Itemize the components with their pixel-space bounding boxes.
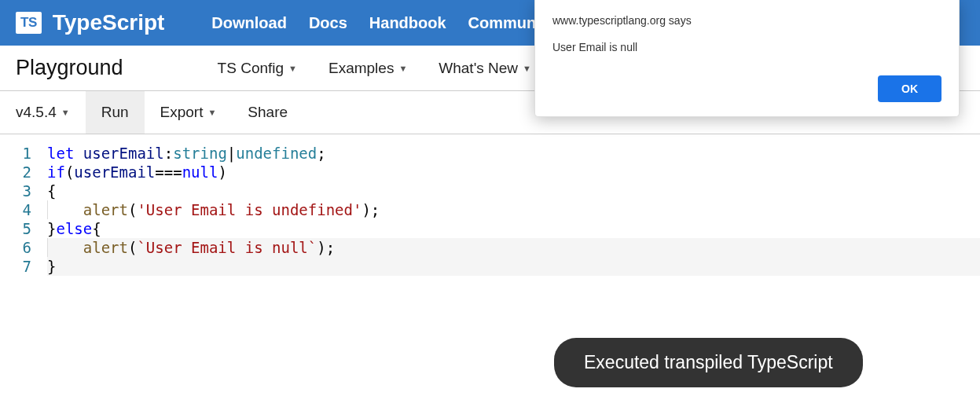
code-line: if(userEmail===null)	[47, 163, 980, 182]
code-line: alert(`User Email is null`);	[47, 238, 980, 257]
run-button[interactable]: Run	[86, 91, 145, 134]
brand-name: TypeScript	[53, 10, 165, 35]
line-number: 3	[0, 182, 31, 200]
code-line: }	[47, 257, 980, 276]
export-dropdown[interactable]: Export ▼	[145, 91, 233, 134]
line-number: 2	[0, 163, 31, 182]
sub-nav-links: TS Config ▼ Examples ▼ What's New ▼	[218, 60, 531, 77]
ts-config-dropdown[interactable]: TS Config ▼	[218, 60, 297, 77]
code-line: {	[47, 182, 980, 200]
nav-docs[interactable]: Docs	[309, 14, 347, 32]
code-line: }else{	[47, 219, 980, 238]
code-content[interactable]: let userEmail:string|undefined; if(userE…	[47, 144, 980, 276]
version-dropdown[interactable]: v4.5.4 ▼	[0, 91, 86, 134]
nav-download[interactable]: Download	[211, 14, 287, 32]
chevron-down-icon: ▼	[61, 108, 70, 117]
line-number: 4	[0, 200, 31, 219]
code-editor[interactable]: 1 2 3 4 5 6 7 let userEmail:string|undef…	[0, 134, 980, 276]
export-label: Export	[160, 104, 204, 121]
line-number: 1	[0, 144, 31, 163]
execution-toast: Executed transpiled TypeScript	[554, 338, 863, 387]
code-line: alert('User Email is undefined');	[47, 200, 980, 219]
logo-badge: TS	[16, 12, 42, 34]
line-number: 6	[0, 238, 31, 257]
chevron-down-icon: ▼	[523, 64, 531, 73]
nav-handbook[interactable]: Handbook	[369, 14, 446, 32]
line-number: 7	[0, 257, 31, 276]
primary-nav: Download Docs Handbook Community	[211, 14, 554, 32]
whats-new-dropdown[interactable]: What's New ▼	[439, 60, 531, 77]
dialog-actions: OK	[552, 75, 941, 102]
examples-dropdown[interactable]: Examples ▼	[329, 60, 407, 77]
dialog-message: User Email is null	[552, 41, 941, 53]
page-title: Playground	[16, 56, 123, 80]
code-line: let userEmail:string|undefined;	[47, 144, 980, 163]
ts-config-label: TS Config	[218, 60, 284, 77]
dialog-ok-button[interactable]: OK	[878, 75, 941, 102]
version-label: v4.5.4	[16, 104, 57, 121]
chevron-down-icon: ▼	[288, 64, 297, 73]
chevron-down-icon: ▼	[207, 108, 216, 117]
share-button[interactable]: Share	[232, 91, 303, 134]
line-number: 5	[0, 219, 31, 238]
dialog-origin: www.typescriptlang.org says	[552, 14, 941, 27]
examples-label: Examples	[329, 60, 394, 77]
whats-new-label: What's New	[439, 60, 518, 77]
line-gutter: 1 2 3 4 5 6 7	[0, 144, 47, 276]
chevron-down-icon: ▼	[398, 64, 407, 73]
js-alert-dialog: www.typescriptlang.org says User Email i…	[534, 0, 960, 117]
